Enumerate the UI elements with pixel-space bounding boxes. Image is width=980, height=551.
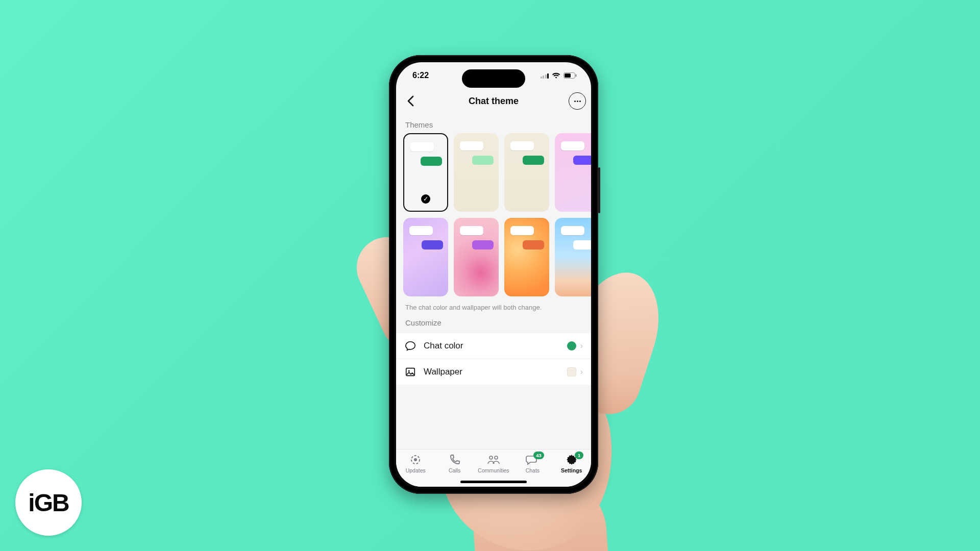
incoming-bubble-preview xyxy=(561,141,584,151)
theme-card[interactable] xyxy=(403,218,448,296)
phone-icon xyxy=(449,454,461,466)
communities-icon xyxy=(487,454,500,466)
incoming-bubble-preview xyxy=(460,141,483,151)
more-icon xyxy=(574,101,576,102)
chat-bubble-icon xyxy=(404,340,416,352)
chats-badge: 43 xyxy=(533,452,545,459)
chevron-right-icon: › xyxy=(580,341,583,350)
svg-rect-2 xyxy=(576,74,577,77)
chevron-right-icon: › xyxy=(580,367,583,377)
incoming-bubble-preview xyxy=(409,226,433,235)
wallpaper-row[interactable]: Wallpaper › xyxy=(396,359,591,385)
page-title: Chat theme xyxy=(469,96,519,107)
tab-calls-label: Calls xyxy=(449,467,460,473)
theme-card[interactable] xyxy=(454,218,499,296)
theme-card[interactable] xyxy=(555,218,591,296)
incoming-bubble-preview xyxy=(561,226,584,235)
theme-card[interactable] xyxy=(504,133,549,212)
chat-color-swatch xyxy=(567,341,576,350)
svg-point-7 xyxy=(489,456,493,459)
wallpaper-swatch xyxy=(567,367,576,377)
customize-list: Chat color › Wallpaper › xyxy=(396,333,591,385)
igb-watermark: iGB xyxy=(15,469,82,536)
svg-rect-1 xyxy=(565,73,571,78)
back-button[interactable] xyxy=(401,92,420,110)
tab-communities[interactable]: Communities xyxy=(476,454,511,473)
customize-section-label: Customize xyxy=(396,313,591,331)
theme-card[interactable] xyxy=(504,218,549,296)
theme-card[interactable] xyxy=(454,133,499,212)
chat-color-row[interactable]: Chat color › xyxy=(396,333,591,359)
cellular-icon xyxy=(541,72,549,79)
svg-point-4 xyxy=(408,370,410,372)
themes-section-label: Themes xyxy=(396,115,591,133)
content: Themes ✓ The chat color and wallpaper wi… xyxy=(396,113,591,449)
image-icon xyxy=(404,366,416,378)
tab-updates-label: Updates xyxy=(406,467,426,473)
outgoing-bubble-preview xyxy=(573,156,591,165)
checkmark-icon: ✓ xyxy=(421,194,430,204)
outgoing-bubble-preview xyxy=(472,156,494,165)
tab-chats-label: Chats xyxy=(526,467,540,473)
updates-icon xyxy=(409,454,422,466)
theme-card[interactable] xyxy=(555,133,591,212)
more-button[interactable] xyxy=(569,92,586,110)
tab-updates[interactable]: Updates xyxy=(398,454,433,473)
iphone-frame: 6:22 Chat theme xyxy=(389,55,598,494)
screen: 6:22 Chat theme xyxy=(396,62,591,487)
wallpaper-label: Wallpaper xyxy=(424,367,560,377)
settings-badge: 1 xyxy=(575,452,583,459)
home-indicator xyxy=(460,481,527,483)
incoming-bubble-preview xyxy=(510,226,534,235)
outgoing-bubble-preview xyxy=(523,240,544,249)
outgoing-bubble-preview xyxy=(422,240,443,249)
outgoing-bubble-preview xyxy=(523,156,544,165)
svg-rect-3 xyxy=(406,368,415,376)
wifi-icon xyxy=(552,72,560,79)
igb-watermark-text: iGB xyxy=(28,489,68,517)
svg-point-6 xyxy=(414,458,417,461)
chat-color-label: Chat color xyxy=(424,341,560,351)
tab-bar: Updates Calls Communities 43 Chats xyxy=(396,449,591,487)
theme-grid[interactable]: ✓ xyxy=(396,133,591,296)
chevron-left-icon xyxy=(407,95,414,107)
incoming-bubble-preview xyxy=(460,226,483,235)
navbar: Chat theme xyxy=(396,89,591,113)
incoming-bubble-preview xyxy=(410,142,434,152)
outgoing-bubble-preview xyxy=(573,240,591,249)
battery-icon xyxy=(564,72,577,79)
tab-communities-label: Communities xyxy=(478,467,509,473)
tab-settings[interactable]: 1 Settings xyxy=(554,454,590,473)
themes-help-text: The chat color and wallpaper will both c… xyxy=(396,296,591,313)
svg-point-8 xyxy=(495,456,498,459)
status-time: 6:22 xyxy=(412,71,429,80)
outgoing-bubble-preview xyxy=(421,157,442,166)
incoming-bubble-preview xyxy=(510,141,534,151)
dynamic-island xyxy=(462,69,525,88)
theme-card[interactable]: ✓ xyxy=(403,133,448,212)
tab-settings-label: Settings xyxy=(561,467,582,473)
outgoing-bubble-preview xyxy=(472,240,494,249)
tab-calls[interactable]: Calls xyxy=(437,454,473,473)
tab-chats[interactable]: 43 Chats xyxy=(514,454,550,473)
